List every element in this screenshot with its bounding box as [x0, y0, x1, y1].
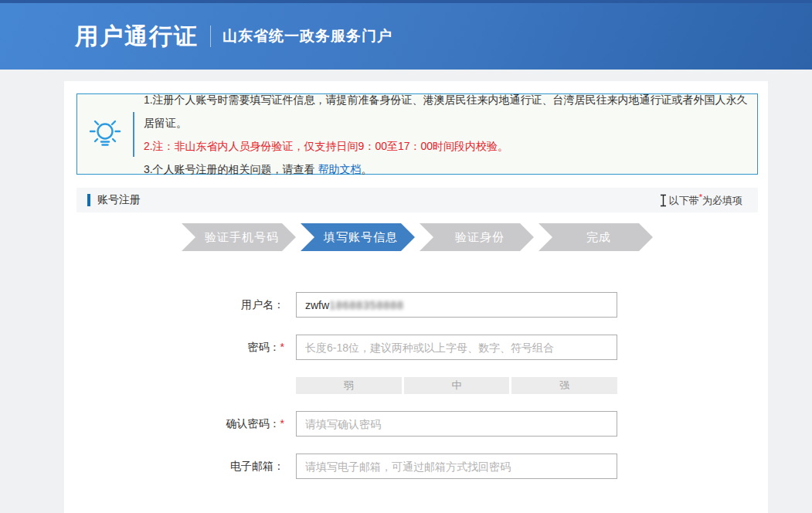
step-complete[interactable]: 完成	[539, 223, 653, 251]
step-verify-identity[interactable]: 验证身份	[420, 223, 534, 251]
step-wizard: 验证手机号码 填写账号信息 验证身份 完成	[76, 223, 758, 251]
required-note-suffix: 为必填项	[702, 195, 742, 206]
page-title: 账号注册	[97, 193, 141, 207]
text-cursor-icon	[659, 194, 668, 207]
strength-weak: 弱	[296, 377, 402, 394]
password-strength-meter: 弱 中 强	[296, 377, 617, 394]
username-value: zwfw	[305, 299, 329, 311]
required-note-prefix: 以下带	[669, 195, 699, 206]
content-panel: 1.注册个人账号时需要填写证件信息，请提前准备身份证、港澳居民往来内地通行证、台…	[64, 81, 768, 513]
registration-form: 用户名： zwfw 18688358888 密码：* 弱 中 强 确认密码：* …	[76, 292, 768, 479]
email-row: 电子邮箱：	[76, 454, 768, 479]
username-label: 用户名：	[76, 298, 284, 312]
page-header: 用户通行证 山东省统一政务服务门户	[0, 0, 812, 70]
confirm-password-input[interactable]	[296, 411, 617, 437]
strength-medium: 中	[404, 377, 510, 394]
username-row: 用户名： zwfw 18688358888	[76, 292, 768, 318]
required-note: 以下带*为必填项	[669, 192, 742, 208]
password-row: 密码：*	[76, 335, 768, 360]
password-label-text: 密码：	[248, 341, 280, 353]
header-brand: 用户通行证 山东省统一政务服务门户	[0, 3, 812, 70]
notice-line-2: 2.注：非山东省内人员身份验证，仅支持日间9：00至17：00时间段内校验。	[144, 134, 757, 158]
brand-title: 用户通行证	[75, 21, 199, 53]
strength-strong: 强	[511, 377, 617, 394]
email-input[interactable]	[296, 454, 617, 479]
help-doc-link[interactable]: 帮助文档	[318, 163, 362, 175]
step-fill-account-info[interactable]: 填写账号信息	[301, 223, 415, 251]
notice-line-3-suffix: 。	[362, 163, 372, 175]
brand-divider	[210, 25, 211, 47]
confirm-password-label-text: 确认密码：	[226, 417, 280, 430]
notice-box: 1.注册个人账号时需要填写证件信息，请提前准备身份证、港澳居民往来内地通行证、台…	[76, 93, 758, 175]
username-input[interactable]: zwfw 18688358888	[296, 292, 617, 318]
password-strength-row: 弱 中 强	[76, 377, 768, 394]
step-verify-phone[interactable]: 验证手机号码	[182, 223, 296, 251]
notice-line-3-text: 3.个人账号注册的相关问题，请查看	[144, 163, 318, 175]
username-value-masked: 18688358888	[329, 299, 404, 311]
notice-line-3: 3.个人账号注册的相关问题，请查看 帮助文档。	[144, 158, 757, 181]
notice-icon-wrap	[77, 116, 133, 153]
confirm-password-label: 确认密码：*	[76, 417, 284, 431]
password-required-star: *	[280, 341, 284, 353]
section-bar: 账号注册 以下带*为必填项	[76, 188, 758, 212]
confirm-password-required-star: *	[280, 417, 284, 430]
email-label: 电子邮箱：	[76, 460, 284, 474]
brand-subtitle: 山东省统一政务服务门户	[223, 26, 392, 46]
notice-lines: 1.注册个人账号时需要填写证件信息，请提前准备身份证、港澳居民往来内地通行证、台…	[134, 88, 757, 181]
section-marker	[87, 194, 90, 206]
confirm-password-row: 确认密码：*	[76, 411, 768, 437]
password-label: 密码：*	[76, 341, 284, 355]
lightbulb-icon	[88, 116, 122, 153]
notice-line-1: 1.注册个人账号时需要填写证件信息，请提前准备身份证、港澳居民往来内地通行证、台…	[144, 88, 757, 134]
password-input[interactable]	[296, 335, 617, 360]
